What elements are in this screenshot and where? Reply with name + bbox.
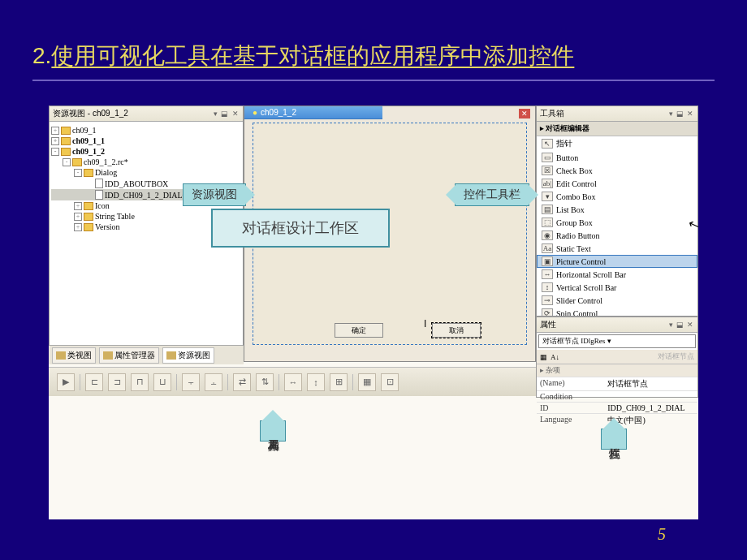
toolbox-item[interactable]: ⟳Spin Control <box>537 307 697 317</box>
alpha-icon[interactable]: A↓ <box>551 353 559 361</box>
pane-buttons[interactable]: ▾ ⬓ ✕ <box>669 110 695 118</box>
expand-icon[interactable]: - <box>63 158 71 166</box>
categorized-icon[interactable]: ▦ <box>540 353 547 361</box>
toolbox-item[interactable]: ab|Edit Control <box>537 177 697 190</box>
pane-buttons[interactable]: ▾ ⬓ ✕ <box>669 321 695 329</box>
tree-item-label: IDD_CH09_1_2_DIALOG <box>105 191 194 200</box>
control-icon: Aa <box>542 243 553 253</box>
toolbox-item-label: 指针 <box>556 138 572 149</box>
toolbox-item[interactable]: ▣Picture Control <box>537 255 697 268</box>
center-h-button[interactable]: ⫟ <box>182 373 200 391</box>
property-value[interactable]: 对话框节点 <box>604 377 697 390</box>
toolbox-item-label: Edit Control <box>556 179 597 188</box>
properties-titlebar: 属性 ▾ ⬓ ✕ <box>537 317 697 333</box>
same-width-button[interactable]: ↔ <box>284 373 302 391</box>
toggle-grid-button[interactable]: ▦ <box>358 373 376 391</box>
toolbox-item-list: ↖指针▭Button☒Check Boxab|Edit Control▾Comb… <box>537 136 697 317</box>
toolbox-item[interactable]: ▤List Box <box>537 203 697 216</box>
expand-icon[interactable]: + <box>74 223 82 231</box>
toolbox-group-header[interactable]: ▸ 对话框编辑器 <box>537 122 697 136</box>
control-icon: ↖ <box>542 139 553 149</box>
tab-property-manager[interactable]: 属性管理器 <box>99 347 159 364</box>
annotation-design-area: 对话框设计工作区 <box>211 209 390 248</box>
toolbox-item[interactable]: AaStatic Text <box>537 242 697 255</box>
folder-icon <box>84 202 93 210</box>
folder-icon <box>84 169 93 177</box>
expand-icon[interactable]: + <box>51 137 59 145</box>
folder-icon <box>84 213 93 221</box>
align-top-button[interactable]: ⊓ <box>131 373 149 391</box>
center-v-button[interactable]: ⫠ <box>205 373 222 391</box>
slide-number: 2. <box>32 43 51 68</box>
toolbox-item-label: Static Text <box>556 244 591 253</box>
tree-item[interactable]: +ch09_1 <box>51 125 241 136</box>
expand-icon[interactable]: - <box>51 148 59 156</box>
toggle-guides-button[interactable]: ⊡ <box>381 373 399 391</box>
toolbox-item[interactable]: ↔Horizontal Scroll Bar <box>537 268 697 281</box>
folder-icon <box>84 223 93 231</box>
toolbox-pane: 工具箱 ▾ ⬓ ✕ ▸ 对话框编辑器 ↖指针▭Button☒Check Boxa… <box>536 106 698 317</box>
slide-title-text: 使用可视化工具在基于对话框的应用程序中添加控件 <box>51 43 574 68</box>
folder-icon <box>72 158 82 166</box>
designer-tab[interactable]: ● ch09_1_2 ✕ <box>244 106 382 119</box>
property-value[interactable] <box>604 391 697 402</box>
toolbox-item[interactable]: ↖指针 <box>537 136 697 151</box>
title-underline <box>32 80 715 81</box>
align-left-button[interactable]: ⊏ <box>85 373 103 391</box>
resource-view-title: 资源视图 - ch09_1_2 <box>53 108 128 119</box>
toolbox-item-label: Picture Control <box>556 257 606 266</box>
tree-item[interactable]: -Dialog <box>51 167 241 178</box>
control-icon: ⟳ <box>542 308 553 317</box>
toolbox-item-label: Slider Control <box>556 296 602 305</box>
document-icon <box>95 190 103 200</box>
close-icon[interactable]: ✕ <box>519 109 530 118</box>
space-v-button[interactable]: ⇅ <box>256 373 274 391</box>
align-bottom-button[interactable]: ⊔ <box>153 373 171 391</box>
tab-class-view[interactable]: 类视图 <box>52 347 96 364</box>
align-right-button[interactable]: ⊐ <box>108 373 126 391</box>
tree-item[interactable]: -ch09_1_2 <box>51 146 241 157</box>
expand-icon[interactable]: - <box>74 169 82 177</box>
resource-view-icon <box>166 351 176 360</box>
toolbox-item[interactable]: ▾Combo Box <box>537 190 697 203</box>
annotation-properties: 属性栏 <box>601 429 627 450</box>
properties-toolbar[interactable]: ▦ A↓ 对话框节点 <box>537 350 697 364</box>
tree-item-label: Dialog <box>95 168 117 177</box>
properties-subject-dropdown[interactable]: 对话框节点 IDlgRes ▾ <box>538 334 696 348</box>
annotation-layout-toolbar: 布局工具栏 <box>260 420 286 442</box>
property-category[interactable]: ▸ 杂项 <box>537 364 697 377</box>
property-row[interactable]: (Name)对话框节点 <box>537 377 697 390</box>
toolbox-item[interactable]: ⊸Slider Control <box>537 294 697 307</box>
dialog-ok-button[interactable]: 确定 <box>335 323 383 338</box>
test-dialog-button[interactable]: ▶ <box>57 373 75 391</box>
toolbox-item[interactable]: ⬚Group Box <box>537 216 697 229</box>
toolbox-item[interactable]: ▭Button <box>537 151 697 164</box>
same-height-button[interactable]: ↕ <box>307 373 325 391</box>
toolbox-item[interactable]: ↕Vertical Scroll Bar <box>537 281 697 294</box>
tab-resource-view[interactable]: 资源视图 <box>162 347 214 364</box>
tree-item-label: ch09_1_2 <box>72 147 105 156</box>
pane-buttons[interactable]: ▾ ⬓ ✕ <box>214 110 240 118</box>
dialog-cancel-button[interactable]: 取消 <box>432 323 481 338</box>
props-search[interactable]: 对话框节点 <box>658 351 694 362</box>
expand-icon[interactable]: + <box>74 202 82 210</box>
expand-icon[interactable]: + <box>51 127 59 135</box>
properties-title: 属性 <box>540 319 556 330</box>
toolbox-item[interactable]: ◉Radio Button <box>537 229 697 242</box>
slide-title: 2.使用可视化工具在基于对话框的应用程序中添加控件 <box>0 0 747 80</box>
tree-item[interactable]: +ch09_1_1 <box>51 136 241 146</box>
property-row[interactable]: Condition <box>537 390 697 402</box>
toolbox-item[interactable]: ☒Check Box <box>537 164 697 177</box>
space-h-button[interactable]: ⇄ <box>233 373 251 391</box>
expand-icon[interactable]: + <box>74 213 82 221</box>
tree-item[interactable]: -ch09_1_2.rc* <box>51 157 241 167</box>
same-size-button[interactable]: ⊞ <box>330 373 348 391</box>
control-icon: ▭ <box>542 153 553 162</box>
resource-view-titlebar: 资源视图 - ch09_1_2 ▾ ⬓ ✕ <box>50 106 243 122</box>
property-name: Language <box>537 414 604 427</box>
dot-icon: ● <box>253 108 257 117</box>
folder-icon <box>61 148 71 156</box>
class-view-icon <box>56 351 66 360</box>
tree-item-label: Icon <box>95 201 110 210</box>
tree-item-label: Version <box>95 222 120 231</box>
